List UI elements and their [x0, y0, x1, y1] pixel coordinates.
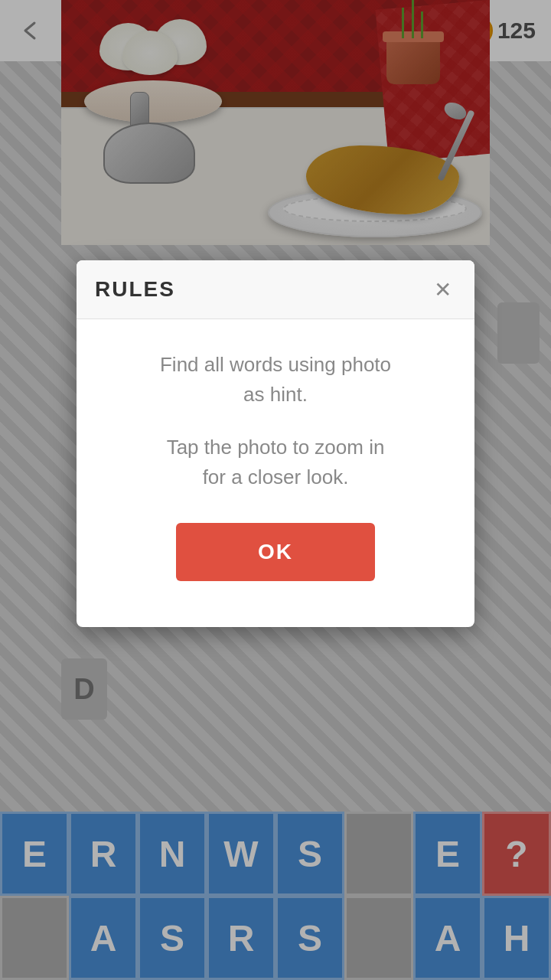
rules-text-secondary: Tap the photo to zoom infor a closer loo… [99, 433, 452, 492]
modal-header: RULES ✕ [77, 260, 474, 319]
modal-overlay: RULES ✕ Find all words using photoas hin… [0, 0, 551, 980]
ok-button[interactable]: OK [176, 523, 375, 581]
rules-modal: RULES ✕ Find all words using photoas hin… [77, 260, 474, 627]
modal-body: Find all words using photoas hint. Tap t… [77, 319, 474, 627]
rules-text-primary: Find all words using photoas hint. [99, 350, 452, 410]
modal-title: RULES [95, 277, 175, 302]
modal-close-button[interactable]: ✕ [429, 276, 456, 303]
